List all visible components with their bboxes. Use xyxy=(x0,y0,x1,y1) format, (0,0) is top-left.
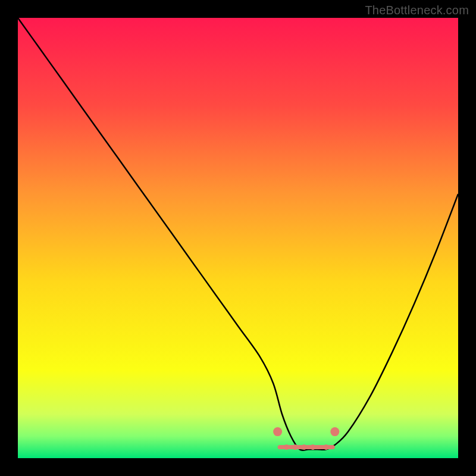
svg-point-4 xyxy=(284,444,289,450)
svg-point-7 xyxy=(310,444,315,450)
attribution-label: TheBottleneck.com xyxy=(365,4,469,17)
bottleneck-curve xyxy=(18,18,458,450)
curve-layer xyxy=(18,18,458,458)
svg-point-8 xyxy=(324,444,329,450)
plot-area xyxy=(18,18,458,458)
svg-point-6 xyxy=(302,444,307,450)
svg-point-5 xyxy=(293,444,298,450)
svg-point-2 xyxy=(273,427,282,436)
svg-point-3 xyxy=(330,427,339,436)
valley-marker xyxy=(273,427,339,450)
chart-container: TheBottleneck.com xyxy=(0,0,476,476)
